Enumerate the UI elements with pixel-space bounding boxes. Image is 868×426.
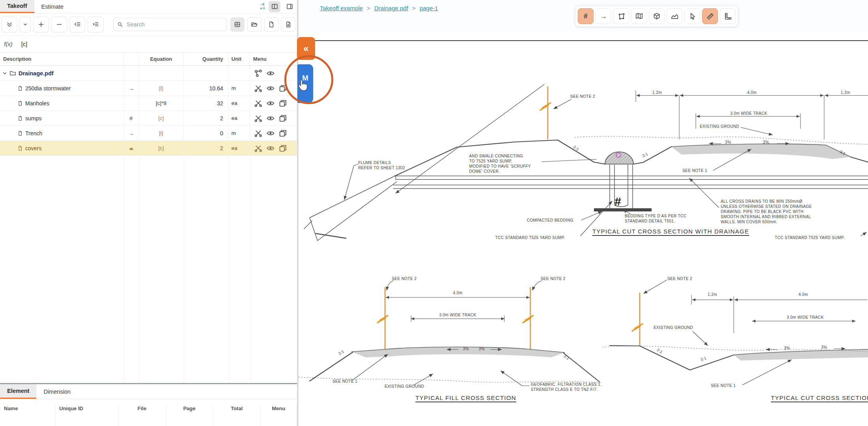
- copy-icon[interactable]: [278, 99, 287, 108]
- breadcrumb-project-link[interactable]: Takeoff example: [320, 5, 363, 11]
- row-quantity[interactable]: 10.64: [184, 81, 228, 95]
- fx-value[interactable]: [c]: [21, 41, 27, 47]
- table-row-drainage-pdf[interactable]: Drainage.pdf: [0, 66, 297, 81]
- map-tool-button[interactable]: [631, 8, 647, 24]
- col-equation[interactable]: Equation: [139, 52, 184, 65]
- eye-icon[interactable]: [266, 144, 275, 153]
- scissors-icon[interactable]: [254, 114, 263, 123]
- new-file-button[interactable]: [264, 17, 278, 32]
- remove-row-button[interactable]: [51, 17, 67, 32]
- copy-icon[interactable]: [278, 84, 287, 93]
- tab-dimension[interactable]: Dimension: [36, 384, 78, 399]
- col-quantity[interactable]: Quantity: [184, 52, 228, 65]
- copy-icon[interactable]: [278, 144, 287, 153]
- eye-icon[interactable]: [266, 114, 275, 123]
- tab-estimate[interactable]: Estimate: [34, 0, 71, 13]
- eye-icon[interactable]: [266, 69, 275, 78]
- col-menu[interactable]: Menu: [250, 52, 297, 65]
- label-existing-ground: EXISTING GROUND: [654, 325, 693, 330]
- tab-takeoff[interactable]: Takeoff: [0, 0, 34, 13]
- label-swale-note: AND SWALE CONNECTING TO T525 YARD SUMP, …: [469, 153, 531, 174]
- row-equation[interactable]: [c]: [139, 111, 184, 125]
- remove-file-button[interactable]: [281, 17, 295, 32]
- table-row-covers-selected[interactable]: covers [c] 2 ea: [0, 141, 297, 156]
- row-equation[interactable]: [l]: [139, 126, 184, 140]
- table-row-manholes[interactable]: Manholes [c]*8 32 ea: [0, 96, 297, 111]
- col-name[interactable]: Name: [0, 405, 55, 426]
- col-menu[interactable]: Menu: [261, 405, 297, 426]
- area-tool-button[interactable]: [667, 8, 682, 24]
- table-row-sumps[interactable]: sumps # [c] 2 ea: [0, 111, 297, 126]
- eye-icon[interactable]: [266, 129, 275, 138]
- drawing-page[interactable]: SEE NOTE 2 1.2m 4.0m 1.2m 3.0m WIDE TRAC…: [299, 32, 868, 426]
- archive-button[interactable]: [230, 17, 244, 32]
- relations-icon[interactable]: [254, 69, 263, 78]
- row-quantity[interactable]: 32: [184, 96, 228, 110]
- item-name[interactable]: covers: [25, 145, 41, 151]
- count-tool-button[interactable]: #: [578, 8, 594, 24]
- item-name[interactable]: Trench: [25, 130, 42, 136]
- line-tool-button[interactable]: →: [596, 8, 611, 24]
- row-unit[interactable]: ea: [228, 111, 250, 125]
- row-equation[interactable]: [c]: [139, 141, 184, 155]
- col-file[interactable]: File: [118, 405, 166, 426]
- row-quantity[interactable]: 0: [184, 126, 228, 140]
- scissors-icon[interactable]: [254, 99, 263, 108]
- copy-icon[interactable]: [278, 114, 287, 123]
- scale-tool-button[interactable]: [720, 8, 736, 24]
- polygon-tool-button[interactable]: [613, 8, 629, 24]
- scissors-icon[interactable]: [254, 129, 263, 138]
- outdent-icon: [74, 21, 81, 28]
- tab-element[interactable]: Element: [0, 384, 36, 399]
- row-unit[interactable]: m: [228, 126, 250, 140]
- eye-icon[interactable]: [266, 84, 275, 93]
- row-equation[interactable]: [c]*8: [139, 96, 184, 110]
- scissors-icon[interactable]: [254, 84, 263, 93]
- label-track-dim: 3.0m WIDE TRACK: [730, 111, 767, 116]
- row-equation[interactable]: [l]: [139, 81, 184, 95]
- collapse-all-button[interactable]: [2, 17, 17, 32]
- col-total[interactable]: Total: [213, 405, 261, 426]
- count-mark-hash[interactable]: #: [614, 195, 621, 208]
- label-existing-ground: EXISTING GROUND: [385, 384, 424, 389]
- drawer-icon: [234, 21, 241, 28]
- tree-table-empty-area[interactable]: [0, 156, 297, 383]
- col-description[interactable]: Description: [0, 52, 124, 65]
- collapse-panel-button[interactable]: «: [297, 37, 315, 60]
- row-unit[interactable]: m: [228, 81, 250, 95]
- row-quantity[interactable]: 2: [184, 111, 228, 125]
- file-name[interactable]: Drainage.pdf: [19, 70, 54, 77]
- polygon-icon: [617, 12, 625, 20]
- expand-options-button[interactable]: [20, 17, 31, 32]
- eye-icon[interactable]: [266, 99, 275, 108]
- outdent-button[interactable]: [70, 17, 85, 32]
- row-unit[interactable]: ea: [228, 141, 250, 155]
- row-quantity[interactable]: 2: [184, 141, 228, 155]
- ruler-tool-button[interactable]: [702, 8, 718, 24]
- breadcrumb-page-link[interactable]: page-1: [419, 5, 438, 11]
- item-name[interactable]: sumps: [25, 115, 41, 121]
- tree-chevron-down-icon[interactable]: [2, 71, 7, 76]
- open-folder-button[interactable]: [247, 17, 261, 32]
- table-row-250dia-stormwater[interactable]: 250dia stormwater → [l] 10.64 m: [0, 81, 297, 96]
- calculator-icon[interactable]: -x +=: [260, 2, 265, 11]
- col-page[interactable]: Page: [166, 405, 213, 426]
- title-fill-cross-section: TYPICAL FILL CROSS SECTION: [415, 394, 516, 402]
- search-input[interactable]: [126, 21, 223, 28]
- table-row-trench[interactable]: Trench → [l] 0 m: [0, 126, 297, 141]
- item-name[interactable]: Manholes: [25, 100, 49, 106]
- row-unit[interactable]: ea: [228, 96, 250, 110]
- copy-icon[interactable]: [278, 129, 287, 138]
- breadcrumb-file-link[interactable]: Drainage.pdf: [374, 5, 408, 11]
- layout-split-left-button[interactable]: [269, 1, 280, 12]
- layout-split-right-button[interactable]: [284, 1, 295, 12]
- scissors-icon[interactable]: [254, 144, 263, 153]
- select-tool-button[interactable]: [684, 8, 700, 24]
- add-row-button[interactable]: [33, 17, 49, 32]
- indent-button[interactable]: [88, 17, 103, 32]
- col-unit[interactable]: Unit: [228, 52, 250, 65]
- item-name[interactable]: 250dia stormwater: [25, 85, 71, 92]
- col-unique-id[interactable]: Unique ID: [55, 405, 118, 426]
- volume-tool-button[interactable]: [649, 8, 665, 24]
- label-track-dim: 3.0m WIDE TRACK: [787, 315, 824, 320]
